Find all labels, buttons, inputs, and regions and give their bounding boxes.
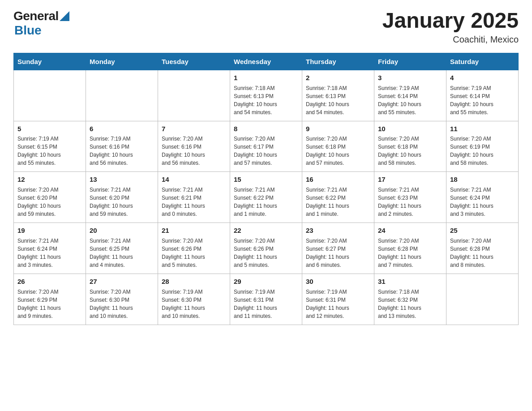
day-number: 7: [162, 124, 226, 134]
day-number: 26: [17, 277, 82, 287]
calendar-cell: 28Sunrise: 7:19 AM Sunset: 6:30 PM Dayli…: [158, 274, 230, 325]
day-number: 5: [17, 124, 82, 134]
logo: General Blue: [13, 9, 69, 38]
calendar-cell: 13Sunrise: 7:21 AM Sunset: 6:20 PM Dayli…: [86, 172, 158, 223]
day-number: 27: [90, 277, 154, 287]
day-info: Sunrise: 7:20 AM Sunset: 6:27 PM Dayligh…: [306, 237, 370, 269]
calendar-cell: 17Sunrise: 7:21 AM Sunset: 6:23 PM Dayli…: [374, 172, 446, 223]
day-number: 14: [162, 175, 226, 184]
day-info: Sunrise: 7:19 AM Sunset: 6:15 PM Dayligh…: [17, 135, 82, 167]
calendar-day-header: Tuesday: [158, 53, 230, 70]
calendar-cell: 7Sunrise: 7:20 AM Sunset: 6:16 PM Daylig…: [158, 121, 230, 172]
calendar-day-header: Sunday: [14, 53, 86, 70]
day-info: Sunrise: 7:21 AM Sunset: 6:24 PM Dayligh…: [450, 186, 515, 218]
day-number: 23: [306, 226, 370, 235]
calendar-cell: [158, 70, 230, 121]
day-info: Sunrise: 7:19 AM Sunset: 6:31 PM Dayligh…: [234, 288, 298, 320]
day-number: 30: [306, 277, 370, 287]
calendar-day-header: Monday: [86, 53, 158, 70]
calendar-cell: 5Sunrise: 7:19 AM Sunset: 6:15 PM Daylig…: [14, 121, 86, 172]
day-number: 4: [450, 73, 515, 83]
calendar-cell: 4Sunrise: 7:19 AM Sunset: 6:14 PM Daylig…: [446, 70, 519, 121]
calendar-cell: 25Sunrise: 7:20 AM Sunset: 6:28 PM Dayli…: [446, 223, 519, 274]
logo-top-row: General: [13, 9, 69, 23]
day-info: Sunrise: 7:18 AM Sunset: 6:13 PM Dayligh…: [306, 84, 370, 116]
day-info: Sunrise: 7:19 AM Sunset: 6:14 PM Dayligh…: [450, 84, 515, 116]
day-number: 24: [378, 226, 442, 235]
day-info: Sunrise: 7:20 AM Sunset: 6:28 PM Dayligh…: [450, 237, 515, 269]
calendar-cell: 20Sunrise: 7:21 AM Sunset: 6:25 PM Dayli…: [86, 223, 158, 274]
day-info: Sunrise: 7:21 AM Sunset: 6:21 PM Dayligh…: [162, 186, 226, 218]
calendar-day-header: Wednesday: [230, 53, 302, 70]
calendar-cell: 3Sunrise: 7:19 AM Sunset: 6:14 PM Daylig…: [374, 70, 446, 121]
day-info: Sunrise: 7:21 AM Sunset: 6:23 PM Dayligh…: [378, 186, 442, 218]
calendar-week-row: 1Sunrise: 7:18 AM Sunset: 6:13 PM Daylig…: [14, 70, 519, 121]
calendar-cell: 10Sunrise: 7:20 AM Sunset: 6:18 PM Dayli…: [374, 121, 446, 172]
day-number: 10: [378, 124, 442, 134]
calendar-cell: [86, 70, 158, 121]
logo-general-text: General: [13, 9, 59, 23]
calendar-cell: 6Sunrise: 7:19 AM Sunset: 6:16 PM Daylig…: [86, 121, 158, 172]
day-number: 31: [378, 277, 442, 287]
page-title: January 2025: [382, 9, 519, 33]
logo-triangle-icon: [60, 11, 69, 21]
day-number: 20: [90, 226, 154, 235]
calendar-week-row: 26Sunrise: 7:20 AM Sunset: 6:29 PM Dayli…: [14, 274, 519, 325]
day-info: Sunrise: 7:19 AM Sunset: 6:31 PM Dayligh…: [306, 288, 370, 320]
calendar-day-header: Friday: [374, 53, 446, 70]
calendar-cell: [14, 70, 86, 121]
day-info: Sunrise: 7:21 AM Sunset: 6:25 PM Dayligh…: [90, 237, 154, 269]
calendar-cell: 14Sunrise: 7:21 AM Sunset: 6:21 PM Dayli…: [158, 172, 230, 223]
calendar-cell: 23Sunrise: 7:20 AM Sunset: 6:27 PM Dayli…: [302, 223, 374, 274]
svg-marker-0: [60, 11, 69, 21]
day-info: Sunrise: 7:20 AM Sunset: 6:30 PM Dayligh…: [90, 288, 154, 320]
day-info: Sunrise: 7:20 AM Sunset: 6:29 PM Dayligh…: [17, 288, 82, 320]
day-number: 17: [378, 175, 442, 184]
day-number: 12: [17, 175, 82, 184]
calendar-cell: 31Sunrise: 7:18 AM Sunset: 6:32 PM Dayli…: [374, 274, 446, 325]
calendar-cell: 30Sunrise: 7:19 AM Sunset: 6:31 PM Dayli…: [302, 274, 374, 325]
day-info: Sunrise: 7:18 AM Sunset: 6:13 PM Dayligh…: [234, 84, 298, 116]
calendar-header-row: SundayMondayTuesdayWednesdayThursdayFrid…: [14, 53, 519, 70]
day-info: Sunrise: 7:21 AM Sunset: 6:22 PM Dayligh…: [306, 186, 370, 218]
calendar-cell: 22Sunrise: 7:20 AM Sunset: 6:26 PM Dayli…: [230, 223, 302, 274]
calendar-cell: 1Sunrise: 7:18 AM Sunset: 6:13 PM Daylig…: [230, 70, 302, 121]
logo-bottom-row: Blue: [13, 23, 69, 38]
day-number: 25: [450, 226, 515, 235]
day-number: 29: [234, 277, 298, 287]
day-number: 19: [17, 226, 82, 235]
calendar-cell: 15Sunrise: 7:21 AM Sunset: 6:22 PM Dayli…: [230, 172, 302, 223]
day-number: 2: [306, 73, 370, 83]
page-subtitle: Coachiti, Mexico: [382, 34, 519, 45]
calendar-cell: 9Sunrise: 7:20 AM Sunset: 6:18 PM Daylig…: [302, 121, 374, 172]
day-number: 16: [306, 175, 370, 184]
day-number: 22: [234, 226, 298, 235]
day-info: Sunrise: 7:20 AM Sunset: 6:19 PM Dayligh…: [450, 135, 515, 167]
calendar-week-row: 12Sunrise: 7:20 AM Sunset: 6:20 PM Dayli…: [14, 172, 519, 223]
day-info: Sunrise: 7:19 AM Sunset: 6:16 PM Dayligh…: [90, 135, 154, 167]
day-number: 28: [162, 277, 226, 287]
calendar-day-header: Saturday: [446, 53, 519, 70]
calendar-cell: 11Sunrise: 7:20 AM Sunset: 6:19 PM Dayli…: [446, 121, 519, 172]
day-info: Sunrise: 7:21 AM Sunset: 6:22 PM Dayligh…: [234, 186, 298, 218]
day-info: Sunrise: 7:21 AM Sunset: 6:20 PM Dayligh…: [90, 186, 154, 218]
day-number: 13: [90, 175, 154, 184]
logo-blue-text: Blue: [14, 23, 42, 38]
calendar-cell: [446, 274, 519, 325]
day-number: 15: [234, 175, 298, 184]
day-info: Sunrise: 7:18 AM Sunset: 6:32 PM Dayligh…: [378, 288, 442, 320]
day-number: 8: [234, 124, 298, 134]
day-info: Sunrise: 7:19 AM Sunset: 6:14 PM Dayligh…: [378, 84, 442, 116]
day-info: Sunrise: 7:20 AM Sunset: 6:18 PM Dayligh…: [378, 135, 442, 167]
day-info: Sunrise: 7:20 AM Sunset: 6:28 PM Dayligh…: [378, 237, 442, 269]
day-info: Sunrise: 7:19 AM Sunset: 6:30 PM Dayligh…: [162, 288, 226, 320]
day-number: 1: [234, 73, 298, 83]
calendar-cell: 16Sunrise: 7:21 AM Sunset: 6:22 PM Dayli…: [302, 172, 374, 223]
calendar-table: SundayMondayTuesdayWednesdayThursdayFrid…: [13, 53, 519, 325]
title-block: January 2025 Coachiti, Mexico: [382, 9, 519, 45]
calendar-cell: 19Sunrise: 7:21 AM Sunset: 6:24 PM Dayli…: [14, 223, 86, 274]
day-info: Sunrise: 7:21 AM Sunset: 6:24 PM Dayligh…: [17, 237, 82, 269]
day-number: 9: [306, 124, 370, 134]
day-info: Sunrise: 7:20 AM Sunset: 6:18 PM Dayligh…: [306, 135, 370, 167]
day-info: Sunrise: 7:20 AM Sunset: 6:26 PM Dayligh…: [162, 237, 226, 269]
